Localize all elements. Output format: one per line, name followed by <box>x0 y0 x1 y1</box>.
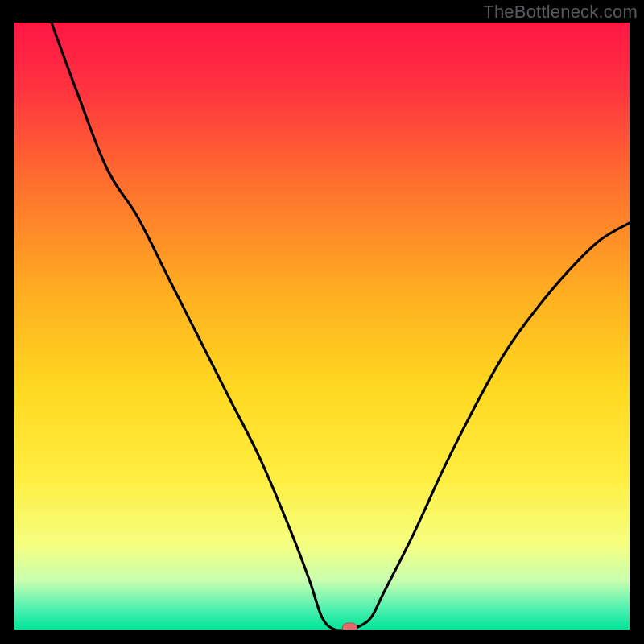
gradient-background <box>14 23 630 630</box>
bottleneck-chart <box>14 23 630 630</box>
plot-area <box>14 23 630 630</box>
chart-stage: TheBottleneck.com <box>0 0 644 644</box>
watermark-label: TheBottleneck.com <box>483 2 638 23</box>
optimum-marker <box>342 623 357 630</box>
